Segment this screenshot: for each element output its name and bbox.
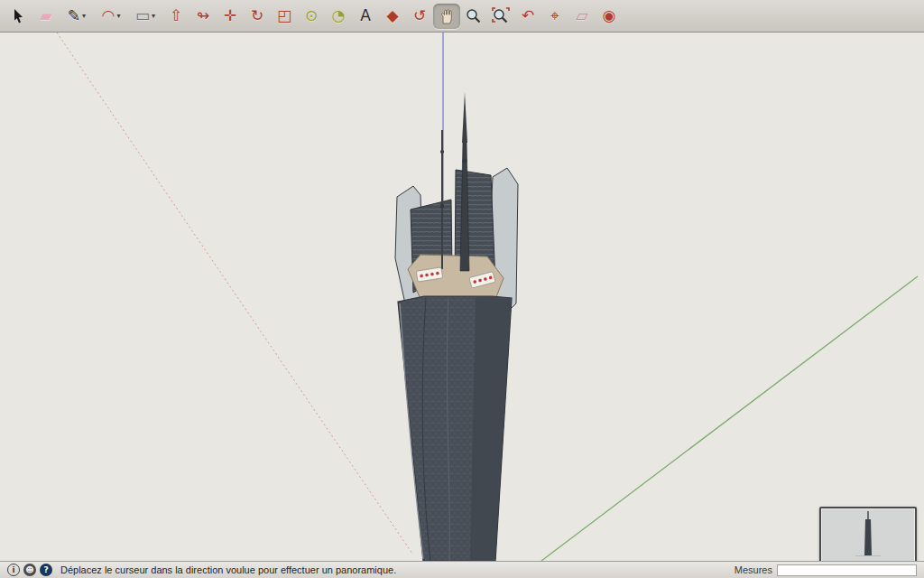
tower-antenna-knob — [440, 150, 444, 154]
main-toolbar: ▰✎▾◠▾▭▾⇧↬✛↻◰⊙◔A◆↺↶⌖▱◉ — [0, 0, 924, 33]
protractor-tool[interactable]: ◔ — [325, 4, 352, 29]
user-icon[interactable]: ☻ — [23, 564, 36, 576]
dropdown-arrow-icon[interactable]: ▾ — [82, 12, 86, 20]
section-plane-tool[interactable]: ▱ — [568, 4, 596, 29]
push-pull-tool[interactable]: ⇧ — [162, 4, 189, 29]
model-viewport[interactable] — [0, 33, 924, 561]
add-location-tool[interactable]: ◉ — [596, 4, 623, 29]
move-tool[interactable]: ✛ — [217, 4, 244, 29]
orbit-tool[interactable]: ↺ — [406, 4, 433, 29]
push-pull-icon: ⇧ — [170, 8, 182, 23]
eraser-icon: ▰ — [40, 8, 51, 23]
viewport-canvas[interactable] — [0, 33, 924, 561]
follow-me-tool[interactable]: ↬ — [189, 4, 217, 29]
rotate-icon: ↻ — [251, 8, 263, 23]
previous-view-tool[interactable]: ↶ — [514, 4, 541, 29]
orbit-icon: ↺ — [413, 8, 426, 23]
red-axis-line[interactable] — [57, 33, 412, 554]
zoom-extents-tool[interactable] — [487, 4, 514, 29]
scale-icon: ◰ — [277, 8, 291, 23]
tower-spire-knob — [462, 158, 467, 163]
minimap-tower — [864, 519, 872, 555]
sketchup-window: ▰✎▾◠▾▭▾⇧↬✛↻◰⊙◔A◆↺↶⌖▱◉ — [0, 0, 924, 578]
dropdown-arrow-icon[interactable]: ▾ — [116, 12, 120, 20]
measurements-input[interactable] — [777, 564, 917, 576]
toolbar-items: ▰✎▾◠▾▭▾⇧↬✛↻◰⊙◔A◆↺↶⌖▱◉ — [5, 4, 623, 29]
tower-antenna-knob — [440, 204, 444, 208]
tape-measure-icon: ⊙ — [305, 8, 318, 23]
minimap-canvas — [821, 508, 915, 562]
position-camera-icon: ⌖ — [550, 8, 559, 23]
scale-tool[interactable]: ◰ — [271, 4, 298, 29]
rectangle-icon: ▭ — [135, 8, 150, 23]
arc-icon: ◠ — [102, 8, 116, 23]
text-tool[interactable]: A — [352, 4, 379, 29]
dropdown-arrow-icon[interactable]: ▾ — [152, 12, 155, 20]
zoom-icon — [465, 7, 483, 25]
pencil-icon: ✎ — [68, 8, 80, 23]
arc-tool[interactable]: ◠▾ — [94, 4, 128, 29]
pan-icon — [438, 7, 456, 25]
status-icons: i☻? — [7, 564, 52, 576]
zoom-extents-icon — [492, 7, 510, 25]
protractor-icon: ◔ — [332, 8, 346, 23]
move-icon: ✛ — [224, 8, 236, 23]
rotate-tool[interactable]: ↻ — [244, 4, 271, 29]
select-icon — [10, 7, 28, 25]
zoom-tool[interactable] — [460, 4, 487, 29]
follow-me-icon: ↬ — [197, 8, 209, 23]
position-camera-tool[interactable]: ⌖ — [541, 4, 568, 29]
rectangle-tool[interactable]: ▭▾ — [128, 4, 162, 29]
help-icon[interactable]: ? — [40, 564, 52, 576]
status-bar: i☻? Déplacez le curseur dans la directio… — [0, 561, 924, 578]
text-icon: A — [360, 8, 371, 23]
pan-tool[interactable] — [433, 4, 460, 29]
eraser-tool[interactable]: ▰ — [32, 4, 60, 29]
paint-bucket-icon: ◆ — [386, 8, 398, 23]
select-tool[interactable] — [5, 4, 32, 29]
paint-bucket-tool[interactable]: ◆ — [379, 4, 406, 29]
section-plane-icon: ▱ — [576, 8, 587, 23]
tower-shaft-shadow-face[interactable] — [470, 296, 512, 561]
status-message: Déplacez le curseur dans la direction vo… — [60, 564, 396, 575]
pencil-tool[interactable]: ✎▾ — [60, 4, 94, 29]
measurements-label: Mesures — [735, 564, 772, 575]
tower-spire-tip[interactable] — [462, 92, 467, 143]
previous-view-icon: ↶ — [522, 8, 534, 23]
add-location-icon: ◉ — [603, 8, 616, 23]
info-icon[interactable]: i — [7, 564, 20, 576]
tape-measure-tool[interactable]: ⊙ — [298, 4, 325, 29]
preview-minimap[interactable] — [819, 507, 917, 564]
tower-model[interactable] — [395, 92, 518, 561]
